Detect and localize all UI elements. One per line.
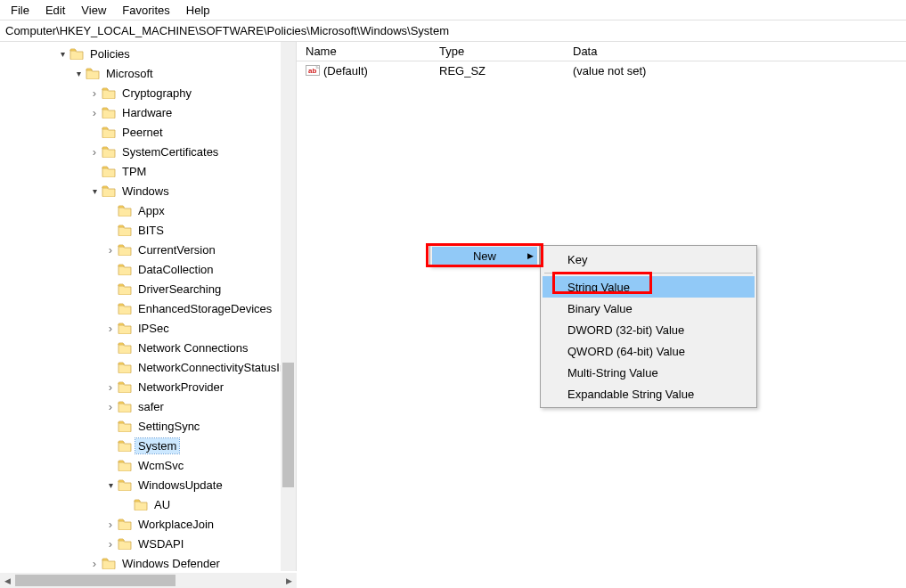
folder-icon <box>102 86 116 99</box>
chevron-right-icon[interactable]: › <box>103 399 118 413</box>
menu-item[interactable]: Binary Value <box>543 298 755 319</box>
column-header-data[interactable]: Data <box>564 45 906 58</box>
folder-icon <box>118 478 132 491</box>
tree-node[interactable]: DataCollection <box>0 259 281 279</box>
menu-item[interactable]: Key <box>543 249 755 270</box>
tree-node-label: WorkplaceJoin <box>135 517 216 532</box>
tree-node[interactable]: ›NetworkProvider <box>0 377 281 396</box>
registry-tree[interactable]: ▾Policies▾Microsoft›Cryptography›Hardwar… <box>0 42 281 571</box>
tree-node[interactable]: ▾Windows <box>0 181 281 200</box>
chevron-right-icon[interactable]: › <box>103 536 118 551</box>
chevron-right-icon[interactable]: › <box>103 321 118 335</box>
column-header-name[interactable]: Name <box>297 45 430 58</box>
value-type: REG_SZ <box>430 64 564 78</box>
menu-item-label: New <box>473 249 496 263</box>
tree-node[interactable]: DriverSearching <box>0 279 281 298</box>
tree-node[interactable]: ›Hardware <box>0 102 281 122</box>
tree-node-label: Windows Defender <box>119 556 223 571</box>
tree-node[interactable]: ›IPSec <box>0 318 281 338</box>
scroll-left-icon[interactable]: ◀ <box>0 573 15 588</box>
folder-icon <box>118 224 132 236</box>
tree-node[interactable]: SettingSync <box>0 416 281 436</box>
chevron-right-icon[interactable]: › <box>87 144 102 159</box>
scrollbar-thumb[interactable] <box>282 363 294 487</box>
tree-horizontal-scrollbar[interactable]: ◀ ▶ <box>0 573 297 588</box>
menu-edit[interactable]: Edit <box>38 2 72 19</box>
chevron-right-icon[interactable]: › <box>87 105 102 119</box>
scroll-right-icon[interactable]: ▶ <box>282 573 297 588</box>
menu-help[interactable]: Help <box>179 2 217 19</box>
list-row[interactable]: (Default)REG_SZ(value not set) <box>297 61 906 79</box>
folder-icon <box>102 557 116 569</box>
menu-item[interactable]: Multi-String Value <box>543 362 755 383</box>
menu-item[interactable]: String Value <box>543 276 755 298</box>
tree-node[interactable]: BITS <box>0 220 281 240</box>
scrollbar-thumb[interactable] <box>15 575 175 586</box>
address-bar[interactable]: Computer\HKEY_LOCAL_MACHINE\SOFTWARE\Pol… <box>0 20 906 41</box>
value-data: (value not set) <box>564 64 906 78</box>
tree-node[interactable]: Peernet <box>0 122 281 142</box>
tree-node-label: Cryptography <box>119 86 194 101</box>
tree-node[interactable]: ▾WindowsUpdate <box>0 475 281 494</box>
tree-node[interactable]: ›SystemCertificates <box>0 142 281 161</box>
context-menu-parent[interactable]: New ▶ <box>429 245 540 266</box>
chevron-right-icon[interactable]: › <box>103 242 118 257</box>
tree-node-label: WcmSvc <box>135 458 186 473</box>
menu-separator <box>544 273 753 274</box>
chevron-right-icon[interactable]: › <box>103 380 118 394</box>
menu-view[interactable]: View <box>74 2 113 19</box>
scrollbar-track[interactable] <box>15 573 282 588</box>
folder-icon <box>134 498 148 510</box>
column-header-type[interactable]: Type <box>430 45 564 58</box>
tree-node-label: DataCollection <box>135 262 216 277</box>
menu-item[interactable]: QWORD (64-bit) Value <box>543 340 755 362</box>
tree-node[interactable]: System <box>0 436 281 455</box>
submenu-arrow-icon: ▶ <box>527 251 534 260</box>
tree-node[interactable]: NetworkConnectivityStatusIndicator <box>0 357 281 377</box>
folder-icon <box>118 537 132 550</box>
tree-node-label: AU <box>151 497 173 512</box>
chevron-down-icon[interactable]: ▾ <box>103 478 118 492</box>
chevron-right-icon[interactable]: › <box>87 556 102 570</box>
folder-icon <box>102 145 116 158</box>
tree-node[interactable]: EnhancedStorageDevices <box>0 298 281 318</box>
context-menu-item-new[interactable]: New ▶ <box>432 247 537 265</box>
tree-node[interactable]: AU <box>0 494 281 514</box>
chevron-down-icon[interactable]: ▾ <box>55 46 69 61</box>
value-name: (Default) <box>323 64 368 78</box>
folder-icon <box>118 361 132 373</box>
chevron-right-icon[interactable]: › <box>103 517 118 531</box>
tree-node[interactable]: ›WSDAPI <box>0 534 281 553</box>
tree-node[interactable]: WcmSvc <box>0 455 281 475</box>
tree-node[interactable]: ›Cryptography <box>0 83 281 102</box>
context-submenu-new[interactable]: KeyString ValueBinary ValueDWORD (32-bit… <box>540 245 757 408</box>
tree-node-label: Network Connections <box>135 340 251 355</box>
tree-node[interactable]: ▾Microsoft <box>0 63 281 83</box>
folder-icon <box>118 341 132 354</box>
tree-node-label: SystemCertificates <box>119 144 221 159</box>
menu-file[interactable]: File <box>4 2 37 19</box>
tree-node[interactable]: ›WorkplaceJoin <box>0 514 281 534</box>
folder-icon <box>118 459 132 471</box>
chevron-right-icon[interactable]: › <box>87 86 102 100</box>
tree-node[interactable]: ›Windows Defender <box>0 553 281 571</box>
tree-node[interactable]: TPM <box>0 161 281 181</box>
tree-node[interactable]: Network Connections <box>0 338 281 357</box>
tree-vertical-scrollbar[interactable] <box>281 42 296 571</box>
menu-item-label: Binary Value <box>567 302 633 315</box>
chevron-down-icon[interactable]: ▾ <box>87 184 102 198</box>
menu-favorites[interactable]: Favorites <box>115 2 176 19</box>
menu-item[interactable]: DWORD (32-bit) Value <box>543 319 755 340</box>
tree-pane: ▾Policies▾Microsoft›Cryptography›Hardwar… <box>0 42 297 571</box>
tree-node-label: IPSec <box>135 321 172 336</box>
tree-node-label: Policies <box>87 46 133 61</box>
list-header[interactable]: Name Type Data <box>297 42 906 61</box>
tree-node[interactable]: ›safer <box>0 396 281 416</box>
menu-item[interactable]: Expandable String Value <box>543 383 755 404</box>
folder-icon <box>118 263 132 275</box>
chevron-down-icon[interactable]: ▾ <box>71 66 86 80</box>
folder-icon <box>118 400 132 412</box>
tree-node[interactable]: Appx <box>0 200 281 220</box>
tree-node[interactable]: ▾Policies <box>0 44 281 63</box>
tree-node[interactable]: ›CurrentVersion <box>0 240 281 259</box>
